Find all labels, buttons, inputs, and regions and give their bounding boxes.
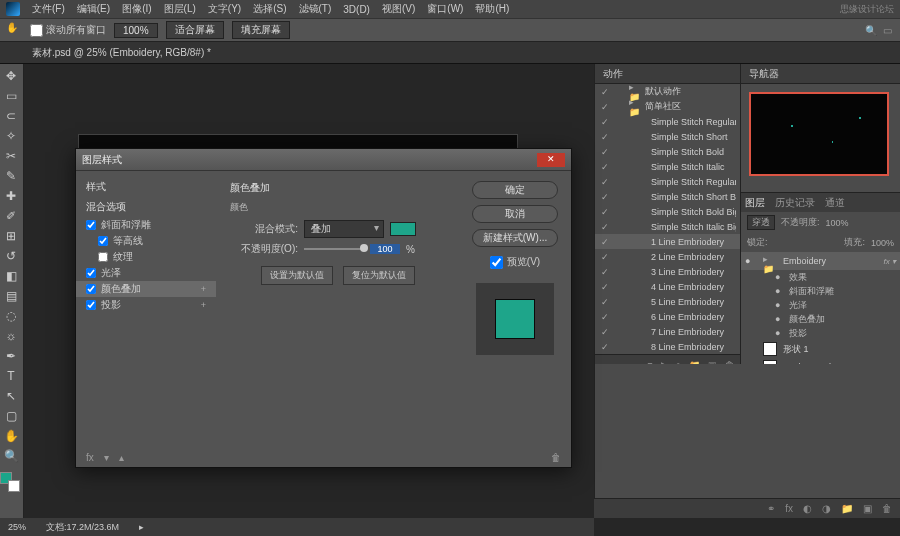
action-row[interactable]: ✓Simple Stitch Regular Big: [595, 174, 740, 189]
layer-row[interactable]: ●▸📁Emboideryfx ▾: [741, 252, 900, 270]
style-item[interactable]: 纹理: [76, 249, 216, 265]
style-item[interactable]: 光泽: [76, 265, 216, 281]
brush-tool-icon[interactable]: ✐: [0, 206, 22, 226]
trash-icon[interactable]: 🗑: [551, 452, 561, 463]
adjustment-icon[interactable]: ◑: [822, 503, 831, 514]
style-item[interactable]: 等高线: [76, 233, 216, 249]
action-row[interactable]: ✓Simple Stitch Short: [595, 129, 740, 144]
search-icon[interactable]: 🔍: [864, 23, 878, 37]
opacity-value[interactable]: 100%: [826, 218, 849, 228]
layer-effect-row[interactable]: ●颜色叠加: [741, 312, 900, 326]
fill-value[interactable]: 100%: [871, 238, 894, 248]
wand-tool-icon[interactable]: ✧: [0, 126, 22, 146]
hand-tool-icon[interactable]: ✋: [6, 22, 22, 38]
dialog-titlebar[interactable]: 图层样式 ✕: [76, 149, 571, 171]
layer-effect-row[interactable]: ●光泽: [741, 298, 900, 312]
crop-tool-icon[interactable]: ✂: [0, 146, 22, 166]
layer-effect-row[interactable]: ●投影: [741, 326, 900, 340]
marquee-tool-icon[interactable]: ▭: [0, 86, 22, 106]
new-style-button[interactable]: 新建样式(W)...: [472, 229, 558, 247]
blend-options-header[interactable]: 混合选项: [76, 197, 216, 217]
action-row[interactable]: ✓Simple Stitch Italic Big: [595, 219, 740, 234]
style-item[interactable]: 投影+: [76, 297, 216, 313]
tab-channels[interactable]: 通道: [825, 196, 845, 210]
menu-file[interactable]: 文件(F): [32, 2, 65, 16]
path-tool-icon[interactable]: ↖: [0, 386, 22, 406]
heal-tool-icon[interactable]: ✚: [0, 186, 22, 206]
action-row[interactable]: ✓Simple Stitch Italic: [595, 159, 740, 174]
lasso-tool-icon[interactable]: ⊂: [0, 106, 22, 126]
cancel-button[interactable]: 取消: [472, 205, 558, 223]
history-brush-icon[interactable]: ↺: [0, 246, 22, 266]
reset-default-button[interactable]: 复位为默认值: [343, 266, 415, 285]
layer-row[interactable]: 形状 1: [741, 340, 900, 358]
fx-menu-icon[interactable]: fx: [86, 452, 94, 463]
menu-image[interactable]: 图像(I): [122, 2, 151, 16]
shape-tool-icon[interactable]: ▢: [0, 406, 22, 426]
layer-kind-dropdown[interactable]: 穿透: [747, 215, 775, 230]
move-tool-icon[interactable]: ✥: [0, 66, 22, 86]
tab-history[interactable]: 历史记录: [775, 196, 815, 210]
opacity-input[interactable]: 100: [370, 244, 400, 254]
zoom-tool-icon[interactable]: 🔍: [0, 446, 22, 466]
action-row[interactable]: ✓8 Line Embriodery: [595, 339, 740, 354]
eyedropper-tool-icon[interactable]: ✎: [0, 166, 22, 186]
menu-help[interactable]: 帮助(H): [475, 2, 509, 16]
action-row[interactable]: ✓4 Line Embriodery: [595, 279, 740, 294]
action-row[interactable]: ✓5 Line Embriodery: [595, 294, 740, 309]
menu-filter[interactable]: 滤镜(T): [299, 2, 332, 16]
layer-effect-row[interactable]: ●斜面和浮雕: [741, 284, 900, 298]
menu-select[interactable]: 选择(S): [253, 2, 286, 16]
action-row[interactable]: ✓3 Line Embriodery: [595, 264, 740, 279]
tab-layers[interactable]: 图层: [745, 196, 765, 210]
action-row[interactable]: ✓2 Line Embriodery: [595, 249, 740, 264]
eraser-tool-icon[interactable]: ◧: [0, 266, 22, 286]
preview-checkbox[interactable]: 预览(V): [490, 255, 540, 269]
link-icon[interactable]: ⚭: [767, 503, 775, 514]
color-swatch[interactable]: [0, 472, 20, 492]
action-row[interactable]: ✓▸📁默认动作: [595, 84, 740, 99]
action-row[interactable]: ✓Simple Stitch Bold Big: [595, 204, 740, 219]
action-row[interactable]: ✓1 Line Embriodery: [595, 234, 740, 249]
group-icon[interactable]: 📁: [841, 503, 853, 514]
action-row[interactable]: ✓Simple Stitch Short Big: [595, 189, 740, 204]
menu-type[interactable]: 文字(Y): [208, 2, 241, 16]
menu-layer[interactable]: 图层(L): [164, 2, 196, 16]
opacity-slider[interactable]: [304, 248, 364, 250]
blur-tool-icon[interactable]: ◌: [0, 306, 22, 326]
hand-tool-icon[interactable]: ✋: [0, 426, 22, 446]
overlay-color-swatch[interactable]: [390, 222, 416, 236]
actions-panel-tab[interactable]: 动作: [595, 64, 740, 84]
chevron-up-icon[interactable]: ▴: [119, 452, 124, 463]
menu-edit[interactable]: 编辑(E): [77, 2, 110, 16]
window-restore-icon[interactable]: ▭: [880, 23, 894, 37]
navigator-thumbnail[interactable]: [749, 92, 889, 176]
blend-mode-dropdown[interactable]: 叠加: [304, 220, 384, 238]
type-tool-icon[interactable]: T: [0, 366, 22, 386]
styles-header[interactable]: 样式: [76, 177, 216, 197]
ok-button[interactable]: 确定: [472, 181, 558, 199]
menu-window[interactable]: 窗口(W): [427, 2, 463, 16]
status-zoom[interactable]: 25%: [8, 522, 26, 532]
navigator-panel-tab[interactable]: 导航器: [741, 64, 900, 84]
scroll-all-windows-checkbox[interactable]: 滚动所有窗口: [30, 23, 106, 37]
dodge-tool-icon[interactable]: ☼: [0, 326, 22, 346]
action-row[interactable]: ✓Simple Stitch Bold: [595, 144, 740, 159]
menu-view[interactable]: 视图(V): [382, 2, 415, 16]
action-row[interactable]: ✓Simple Stitch Regular: [595, 114, 740, 129]
zoom-100-button[interactable]: 100%: [114, 23, 158, 38]
fit-screen-button[interactable]: 适合屏幕: [166, 21, 224, 39]
mask-icon[interactable]: ◐: [803, 503, 812, 514]
stamp-tool-icon[interactable]: ⊞: [0, 226, 22, 246]
gradient-tool-icon[interactable]: ▤: [0, 286, 22, 306]
style-item[interactable]: 斜面和浮雕: [76, 217, 216, 233]
make-default-button[interactable]: 设置为默认值: [261, 266, 333, 285]
action-row[interactable]: ✓7 Line Embriodery: [595, 324, 740, 339]
action-row[interactable]: ✓6 Line Embriodery: [595, 309, 740, 324]
fill-screen-button[interactable]: 填充屏幕: [232, 21, 290, 39]
dialog-close-button[interactable]: ✕: [537, 153, 565, 167]
action-row[interactable]: ✓▸📁简单社区: [595, 99, 740, 114]
trash-icon[interactable]: 🗑: [882, 503, 892, 514]
document-tab[interactable]: 素材.psd @ 25% (Emboidery, RGB/8#) *: [24, 42, 219, 64]
chevron-down-icon[interactable]: ▾: [104, 452, 109, 463]
